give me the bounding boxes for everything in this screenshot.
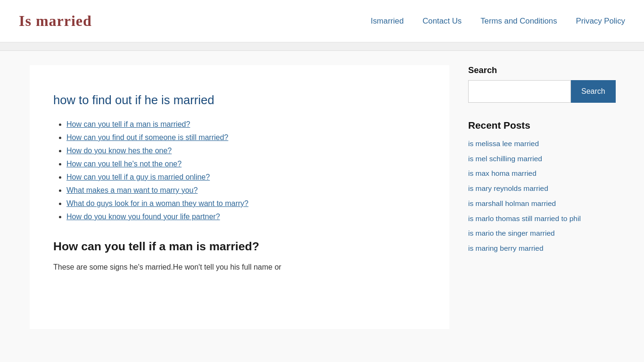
list-item: How can you find out if someone is still… [66, 133, 426, 142]
recent-posts-list: is melissa lee marriedis mel schilling m… [468, 139, 614, 254]
list-item: How do you know you found your life part… [66, 213, 426, 221]
recent-post-link[interactable]: is mario the singer married [468, 229, 555, 237]
toc-link[interactable]: How do you know hes the one? [66, 147, 172, 155]
nav-link[interactable]: Privacy Policy [576, 16, 625, 26]
recent-post-link[interactable]: is mel schilling married [468, 155, 542, 163]
list-item: is melissa lee married [468, 139, 614, 149]
recent-post-link[interactable]: is mary reynolds married [468, 184, 548, 192]
section-heading: How can you tell if a man is married? [53, 240, 426, 253]
list-item: is mario the singer married [468, 228, 614, 239]
list-item: How do you know hes the one? [66, 147, 426, 155]
nav-link[interactable]: Terms and Conditions [480, 16, 557, 26]
search-box: Search Search [468, 65, 614, 103]
list-item: is mary reynolds married [468, 183, 614, 194]
recent-posts-title: Recent Posts [468, 120, 614, 131]
toc-list: How can you tell if a man is married?How… [53, 120, 426, 221]
article-title: how to find out if he is married [53, 93, 426, 107]
recent-post-link[interactable]: is melissa lee married [468, 140, 539, 148]
toc-link[interactable]: How do you know you found your life part… [66, 213, 220, 221]
site-header: Is married IsmarriedContact UsTerms and … [0, 0, 644, 42]
list-item: What do guys look for in a woman they wa… [66, 199, 426, 208]
nav-link[interactable]: Ismarried [371, 16, 404, 26]
subheader-bar [0, 42, 644, 51]
recent-post-link[interactable]: is max homa married [468, 169, 537, 177]
sidebar: Search Search Recent Posts is melissa le… [468, 65, 614, 258]
list-item: is max homa married [468, 168, 614, 179]
list-item: is marshall holman married [468, 198, 614, 209]
search-row: Search [468, 80, 614, 103]
recent-post-link[interactable]: is maring berry married [468, 244, 544, 252]
list-item: is mel schilling married [468, 154, 614, 164]
main-content: how to find out if he is married How can… [30, 65, 449, 329]
recent-post-link[interactable]: is marlo thomas still married to phil [468, 214, 581, 222]
recent-posts-section: Recent Posts is melissa lee marriedis me… [468, 120, 614, 254]
search-input[interactable] [468, 80, 571, 103]
list-item: How can you tell if a man is married? [66, 120, 426, 129]
toc-link[interactable]: How can you tell if a guy is married onl… [66, 173, 210, 181]
list-item: is marlo thomas still married to phil [468, 214, 614, 224]
toc-link[interactable]: What makes a man want to marry you? [66, 186, 198, 194]
toc-link[interactable]: How can you find out if someone is still… [66, 133, 228, 141]
list-item: How can you tell he's not the one? [66, 160, 426, 168]
search-label: Search [468, 65, 614, 75]
toc-link[interactable]: How can you tell he's not the one? [66, 160, 182, 168]
site-logo[interactable]: Is married [19, 12, 92, 30]
recent-post-link[interactable]: is marshall holman married [468, 199, 556, 207]
list-item: is maring berry married [468, 243, 614, 254]
toc-link[interactable]: What do guys look for in a woman they wa… [66, 199, 248, 207]
main-nav: IsmarriedContact UsTerms and ConditionsP… [371, 16, 625, 26]
search-button[interactable]: Search [571, 80, 616, 103]
page-wrapper: how to find out if he is married How can… [11, 51, 633, 343]
list-item: How can you tell if a guy is married onl… [66, 173, 426, 181]
toc-link[interactable]: How can you tell if a man is married? [66, 120, 190, 128]
nav-link[interactable]: Contact Us [422, 16, 462, 26]
section-text: These are some signs he's married.He won… [53, 261, 426, 273]
list-item: What makes a man want to marry you? [66, 186, 426, 195]
